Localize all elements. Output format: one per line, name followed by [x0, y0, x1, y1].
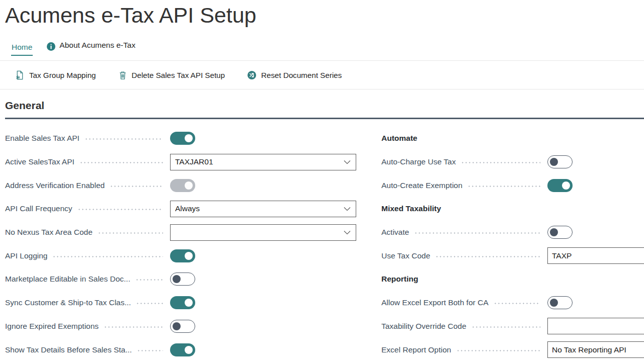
field-label: Address Verification Enabled: [5, 181, 105, 190]
group-header-reporting: Reporting: [381, 275, 418, 284]
toggle-knob: [550, 299, 558, 307]
field-row-use-tax-code: Use Tax Code: [381, 244, 644, 267]
mixed-taxability-activate-toggle[interactable]: [547, 226, 573, 239]
use-tax-code-input[interactable]: [547, 247, 644, 264]
field-label: Show Tax Details Before Sales Sta...: [5, 345, 132, 354]
ignore-expired-exemptions-toggle[interactable]: [170, 320, 195, 333]
acumens-etax-api-setup-page: Acumens e-Tax API Setup Home About Acume…: [0, 0, 644, 362]
chevron-down-icon: [344, 230, 351, 235]
excel-report-option-input[interactable]: [547, 341, 644, 358]
separator: [0, 89, 644, 89]
field-row-api-logging: API Logging: [5, 244, 356, 267]
field-label: Use Tax Code: [381, 251, 430, 260]
info-icon: [47, 42, 55, 51]
toggle-knob: [173, 322, 181, 330]
field-row-excel-report-option: Excel Report Option: [381, 338, 644, 361]
tax-group-mapping-button[interactable]: Tax Group Mapping: [15, 70, 96, 80]
auto-charge-use-tax-toggle[interactable]: [547, 155, 573, 168]
group-header-mixed-taxability: Mixed Taxability: [381, 204, 441, 213]
address-verification-enabled-toggle: [170, 179, 195, 192]
toggle-knob: [185, 182, 193, 190]
field-label: No Nexus Tax Area Code: [5, 228, 93, 237]
field-label: API Logging: [5, 251, 47, 260]
dotted-leader: [104, 326, 163, 328]
toggle-knob: [185, 299, 193, 307]
auto-create-exemption-toggle[interactable]: [547, 179, 573, 192]
delete-sales-tax-api-setup-button[interactable]: Delete Sales Tax API Setup: [118, 70, 225, 80]
toggle-knob: [185, 134, 193, 142]
reset-document-series-button[interactable]: Reset Document Series: [247, 70, 342, 80]
field-label: Allow Excel Export Both for CA: [381, 298, 489, 307]
dotted-leader: [85, 138, 163, 140]
ribbon-tabs: Home About Acumens e-Tax: [11, 41, 644, 58]
combo-value: Always: [175, 204, 200, 213]
toggle-knob: [550, 228, 558, 236]
marketplace-editable-toggle[interactable]: [170, 273, 195, 286]
field-label: Sync Customer & Ship-to Tax Clas...: [5, 298, 131, 307]
field-row-sync-customer-shipto: Sync Customer & Ship-to Tax Clas...: [5, 291, 356, 315]
chevron-down-icon: [344, 207, 351, 211]
field-label: Active SalesTax API: [5, 157, 74, 166]
dotted-leader: [79, 162, 163, 163]
tax-group-mapping-icon: [15, 70, 25, 80]
dotted-leader: [461, 162, 540, 163]
reset-icon: [247, 70, 257, 80]
field-row-activate: Activate: [381, 221, 644, 244]
group-header-row: Mixed Taxability: [381, 197, 644, 221]
group-header-row: Reporting: [381, 267, 644, 291]
field-row-show-tax-details: Show Tax Details Before Sales Sta...: [5, 338, 356, 361]
trash-icon: [118, 70, 127, 80]
field-label: Auto-Create Exemption: [381, 181, 462, 190]
field-row-ignore-expired-exemptions: Ignore Expired Exemptions: [5, 315, 356, 338]
allow-excel-export-toggle[interactable]: [547, 296, 573, 309]
enable-sales-tax-api-toggle[interactable]: [170, 132, 195, 145]
dotted-leader: [456, 350, 540, 351]
field-row-enable-sales-tax-api: Enable Sales Tax API: [5, 127, 356, 150]
toggle-knob: [173, 275, 181, 283]
api-logging-toggle[interactable]: [170, 249, 195, 262]
combo-value: TAXJAR01: [175, 157, 213, 166]
action-label: Delete Sales Tax API Setup: [132, 71, 225, 79]
field-label: API Call Frequency: [5, 204, 72, 213]
api-call-frequency-select[interactable]: Always: [170, 201, 356, 217]
dotted-leader: [110, 186, 163, 187]
dotted-leader: [77, 209, 163, 210]
dotted-leader: [471, 326, 540, 328]
about-acumens-etax-link[interactable]: About Acumens e-Tax: [47, 41, 135, 50]
field-row-auto-charge-use-tax: Auto-Charge Use Tax: [381, 150, 644, 174]
tab-home[interactable]: Home: [11, 43, 33, 56]
field-label: Activate: [381, 228, 409, 237]
group-header-row: Automate: [381, 127, 644, 150]
show-tax-details-toggle[interactable]: [170, 343, 195, 356]
field-row-no-nexus-tax-area-code: No Nexus Tax Area Code: [5, 221, 356, 244]
dotted-leader: [494, 303, 540, 304]
dotted-leader: [52, 256, 163, 257]
section-title-general[interactable]: General: [5, 100, 644, 112]
dotted-leader: [435, 256, 540, 257]
dotted-leader: [135, 279, 163, 281]
field-label: Taxability Override Code: [381, 322, 466, 331]
active-salestax-api-select[interactable]: TAXJAR01: [170, 154, 356, 170]
no-nexus-tax-area-code-select[interactable]: [170, 224, 356, 241]
sync-customer-shipto-tax-class-toggle[interactable]: [170, 296, 195, 309]
field-label: Enable Sales Tax API: [5, 134, 79, 143]
action-label: Reset Document Series: [261, 71, 342, 79]
dotted-leader: [414, 232, 540, 234]
toggle-knob: [185, 252, 193, 260]
field-row-marketplace-editable: Marketplace Editable in Sales Doc...: [5, 267, 356, 291]
toggle-knob: [550, 158, 558, 166]
field-row-active-salestax-api: Active SalesTax API TAXJAR01: [5, 150, 356, 174]
toggle-knob: [185, 346, 193, 354]
field-row-taxability-override-code: Taxability Override Code: [381, 315, 644, 338]
field-row-api-call-frequency: API Call Frequency Always: [5, 197, 356, 221]
dotted-leader: [98, 232, 163, 234]
chevron-down-icon: [344, 160, 351, 164]
about-label: About Acumens e-Tax: [59, 41, 135, 50]
dotted-leader: [136, 303, 163, 304]
dotted-leader: [467, 186, 540, 187]
page-title: Acumens e-Tax API Setup: [5, 3, 644, 28]
field-label: Auto-Charge Use Tax: [381, 157, 456, 166]
field-label: Ignore Expired Exemptions: [5, 322, 99, 331]
field-row-address-verification-enabled: Address Verification Enabled: [5, 173, 356, 197]
taxability-override-code-input[interactable]: [547, 318, 644, 334]
